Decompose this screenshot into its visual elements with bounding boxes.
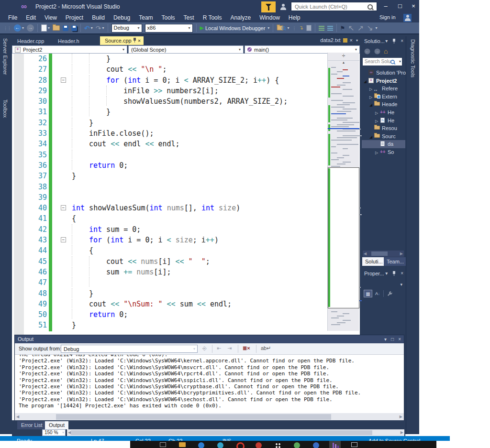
word-wrap-icon[interactable]: ab↵ [261, 345, 271, 351]
tree-item-refere[interactable]: ▷▪▪Refere [362, 85, 405, 93]
tree-item-solution-pro[interactable]: ∞Solution 'Pro [362, 69, 405, 77]
code-line[interactable]: int showValuesSum(int nums[], int size)− [53, 203, 327, 213]
taskbar-icon[interactable] [313, 442, 319, 448]
scroll-up-icon[interactable]: ▲ [328, 61, 359, 64]
forward-icon[interactable]: → [375, 48, 380, 54]
scroll-left-icon[interactable]: ◀ [364, 251, 367, 257]
code-line[interactable]: sum += nums[i]; [53, 267, 327, 277]
code-line[interactable]: } [53, 118, 327, 128]
scroll-left-icon[interactable]: ◀ [16, 413, 19, 421]
code-line[interactable]: } [53, 320, 327, 330]
bookmark-icon[interactable]: ⚑ [340, 25, 345, 32]
code-line[interactable]: cout << "\nSum: " << sum << endl; [53, 299, 327, 309]
pin-icon[interactable] [392, 39, 396, 44]
code-line[interactable] [53, 150, 327, 160]
close-tab-icon[interactable]: × [350, 37, 353, 43]
fold-collapse-icon[interactable]: − [61, 77, 66, 83]
tab-solution-explorer[interactable]: Soluti... [362, 257, 386, 266]
menu-view[interactable]: View [40, 13, 61, 22]
menu-help[interactable]: Help [284, 13, 305, 22]
fold-collapse-icon[interactable]: − [61, 205, 66, 210]
pin-icon[interactable] [133, 38, 136, 43]
window-position-dropdown-icon[interactable]: ▾ [385, 269, 388, 278]
menu-r-tools[interactable]: R Tools [199, 13, 226, 22]
minimize-button[interactable]: – [379, 0, 392, 12]
scroll-right-icon[interactable]: ▶ [400, 413, 402, 421]
back-icon[interactable]: ← [365, 48, 370, 54]
project-dropdown[interactable]: +Project2▾ [12, 45, 127, 54]
taskbar-icon[interactable] [179, 442, 186, 447]
taskbar-icon[interactable] [275, 442, 281, 448]
decrease-indent-icon[interactable] [319, 26, 324, 31]
tree-item-so[interactable]: ▷++So [362, 148, 405, 156]
editor-horizontal-scrollbar[interactable]: ◀ ▶ [67, 429, 404, 436]
scrollbar-thumb[interactable] [56, 414, 331, 420]
find-in-files-icon[interactable]: ▾ [277, 25, 289, 31]
code-line[interactable]: } [53, 107, 327, 117]
navigate-to-icon[interactable]: ↴ [299, 25, 303, 31]
toolbar-overflow[interactable]: ▾ [376, 26, 378, 30]
scroll-right-icon[interactable]: ▶ [401, 429, 403, 436]
sidebar-tab-toolbox[interactable]: Toolbox [2, 99, 8, 118]
taskbar-icon[interactable] [217, 442, 223, 448]
next-message-icon[interactable]: ⇥ [227, 345, 232, 351]
code-line[interactable]: for (int i = 0; i < ARRAY_SIZE_2; i++) {… [53, 75, 327, 86]
menu-test[interactable]: Test [179, 13, 199, 22]
close-panel-icon[interactable]: × [398, 335, 401, 343]
open-file-button[interactable] [53, 25, 60, 31]
comment-icon[interactable] [306, 25, 312, 31]
map-viewport[interactable] [328, 167, 359, 308]
code-line[interactable]: inFile >> numbers2[i]; [53, 86, 327, 96]
tree-item-he[interactable]: ▷hHe [362, 117, 405, 125]
taskbar-icon[interactable] [329, 441, 341, 448]
code-line[interactable]: } [53, 54, 327, 64]
menu-team[interactable]: Team [134, 13, 157, 22]
close-panel-icon[interactable]: × [401, 269, 403, 278]
code-line[interactable]: int sum = 0; [53, 224, 327, 235]
tree-item-da[interactable]: da [362, 140, 405, 148]
scrollbar-thumb[interactable] [71, 430, 372, 435]
output-text[interactable]: The thread 0x2124 has exited with code 0… [15, 355, 404, 413]
splitter-handle-icon[interactable]: ÷ [328, 53, 359, 61]
pin-icon[interactable] [392, 271, 396, 276]
menu-project[interactable]: Project [61, 13, 88, 22]
menu-tools[interactable]: Tools [157, 13, 179, 22]
sign-in-link[interactable]: Sign in [379, 14, 396, 20]
keep-open-icon[interactable] [343, 38, 347, 43]
tree-horizontal-scrollbar[interactable]: ◀ ▶ [363, 251, 404, 257]
menu-analyze[interactable]: Analyze [226, 13, 255, 22]
taskbar-icon[interactable] [351, 442, 357, 447]
fold-collapse-icon[interactable]: − [61, 237, 66, 242]
search-solution-input[interactable]: Search Solu ▾ [363, 58, 402, 66]
user-avatar[interactable] [403, 14, 412, 22]
properties-header[interactable]: Proper... ▾ × [362, 269, 405, 278]
scrollbar-map[interactable]: ÷ ▲ [327, 53, 359, 331]
property-pages-wrench-icon[interactable] [387, 291, 393, 297]
code-line[interactable]: cout << endl << endl; [53, 139, 327, 149]
menu-window[interactable]: Window [255, 13, 284, 22]
close-panel-icon[interactable]: × [401, 36, 403, 46]
redo-button[interactable]: ↷▾ [96, 24, 104, 32]
tab-source-cpp[interactable]: Source.cpp× [100, 36, 144, 45]
tab-header-cpp[interactable]: Header.cpp [13, 37, 48, 45]
output-source-dropdown[interactable]: Debug▾ [61, 345, 198, 353]
home-icon[interactable]: ⌂ [384, 47, 388, 55]
toolbar-grip[interactable]: ⋮ [292, 26, 296, 31]
clear-all-icon[interactable]: ≣× [243, 345, 250, 351]
next-bookmark-icon[interactable]: ↗ [357, 23, 364, 33]
code-line[interactable]: { [53, 245, 327, 256]
scroll-right-icon[interactable]: ▶ [400, 251, 403, 257]
scrollbar-thumb[interactable] [371, 251, 388, 256]
previous-bookmark-icon[interactable]: ↖ [348, 23, 354, 33]
code-line[interactable] [53, 182, 327, 192]
navigate-back-button[interactable]: ←▾ [14, 24, 24, 32]
find-message-icon[interactable]: ⎆ [202, 345, 207, 351]
code-line[interactable]: { [53, 213, 327, 224]
tab-header-h[interactable]: Header.h [54, 37, 83, 45]
code-line[interactable] [53, 277, 327, 288]
search-options-icon[interactable]: ▾ [399, 58, 401, 65]
window-position-dropdown-icon[interactable]: ▾ [384, 335, 387, 343]
taskbar-icon[interactable] [198, 442, 204, 448]
code-line[interactable]: return 0; [53, 160, 327, 171]
object-dropdown-icon[interactable]: ▾ [400, 282, 402, 287]
